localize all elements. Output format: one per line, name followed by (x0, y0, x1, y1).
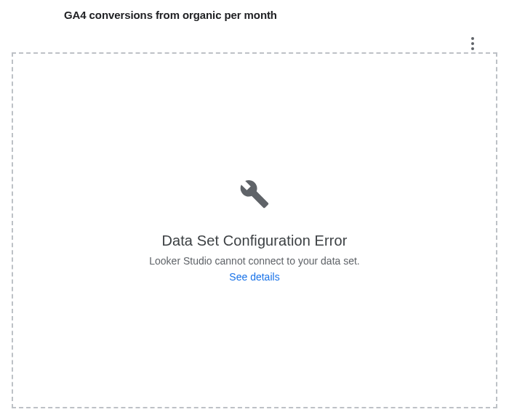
error-subtitle: Looker Studio cannot connect to your dat… (149, 255, 360, 267)
page-title: GA4 conversions from organic per month (64, 9, 494, 21)
see-details-link[interactable]: See details (229, 271, 279, 283)
header: GA4 conversions from organic per month (0, 0, 509, 21)
more-vert-icon (471, 47, 474, 50)
error-title: Data Set Configuration Error (161, 233, 347, 249)
error-block: Data Set Configuration Error Looker Stud… (149, 179, 360, 283)
chart-panel: Data Set Configuration Error Looker Stud… (12, 52, 497, 408)
more-options-button[interactable] (464, 35, 481, 52)
more-vert-icon (471, 42, 474, 45)
more-vert-icon (471, 37, 474, 40)
wrench-icon (239, 179, 270, 209)
